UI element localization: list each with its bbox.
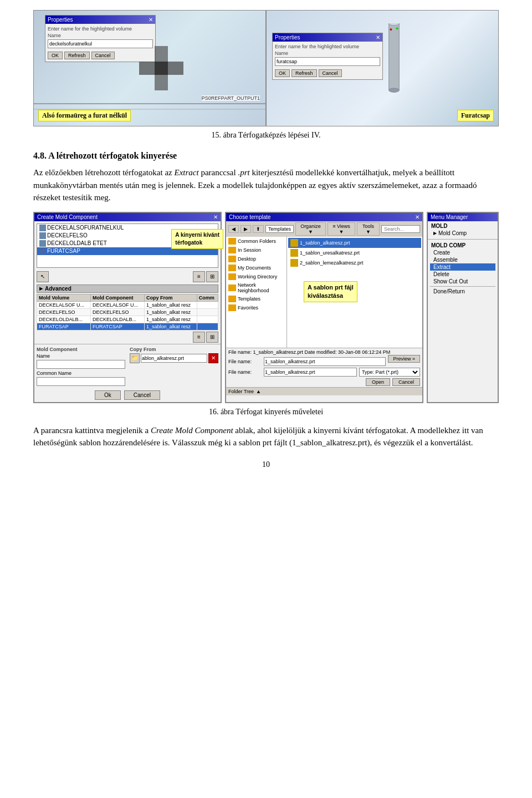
col-header-mold-volume: Mold Volume	[37, 294, 91, 301]
choose-template-title: Choose template	[229, 214, 271, 220]
mold-cancel-button[interactable]: Cancel	[124, 390, 160, 400]
svg-point-9	[390, 29, 392, 31]
sidebar-working-directory[interactable]: Working Directory	[226, 272, 287, 281]
section-heading: 4.8. A létrehozott térfogatok kinyerése	[33, 151, 499, 161]
properties-dialog-left-title: Properties	[48, 17, 73, 23]
filename-input[interactable]	[264, 357, 386, 366]
browse-icon-btn[interactable]: 📁	[130, 353, 140, 363]
body-para-1: Az előzőekben létrehozott térfogatokat a…	[33, 166, 499, 204]
sidebar-desktop[interactable]: Desktop	[226, 255, 287, 263]
sidebar-in-session[interactable]: In Session	[226, 246, 287, 255]
dialog-name-label: Name	[48, 33, 153, 38]
right-image-label: Furatcsap	[457, 110, 494, 121]
menu-item-create[interactable]: Create	[430, 249, 495, 256]
menu-section-mold-comp: MOLD COMP Create Assemble Extract Delete…	[428, 241, 498, 296]
ok-button-r[interactable]: OK	[275, 69, 290, 77]
menu-divider-2	[430, 286, 495, 287]
cancel-button[interactable]: Cancel	[91, 52, 115, 59]
file-icon-1	[290, 239, 298, 247]
table-view-btn-2[interactable]: ⊞	[206, 332, 218, 343]
search-input-ct[interactable]	[381, 225, 420, 233]
col-header-copy-from: Copy From	[144, 294, 197, 301]
cell-mv-2: DECKELFELSO	[37, 308, 91, 316]
address-bar[interactable]: Templates	[265, 225, 294, 233]
mold-component-name-input[interactable]	[37, 360, 125, 369]
sidebar-common-folders[interactable]: Common Folders	[226, 237, 287, 246]
menu-item-delete[interactable]: Delete	[430, 271, 495, 278]
folder-tree-arrow: ▲	[256, 389, 261, 394]
cell-c-4	[197, 323, 218, 330]
view-btn-2[interactable]: ⊞	[206, 271, 218, 282]
advanced-label: Advanced	[45, 286, 71, 292]
view-btn-1[interactable]: ≡	[193, 271, 205, 282]
refresh-button-r[interactable]: Refresh	[291, 69, 317, 77]
views-btn[interactable]: ≡ Views ▼	[328, 222, 355, 236]
ok-button[interactable]: OK	[48, 52, 63, 59]
tools-btn[interactable]: Tools ▼	[357, 222, 380, 236]
sidebar-favorites[interactable]: Favorites	[226, 303, 287, 312]
cancel-button-r[interactable]: Cancel	[319, 69, 342, 77]
delete-copy-from-btn[interactable]: ✕	[208, 353, 218, 363]
preview-button[interactable]: Preview »	[388, 355, 420, 363]
cell-mc-4: FURATCSAP	[90, 323, 144, 330]
dialog-name-input[interactable]	[48, 39, 153, 48]
back-btn[interactable]: ◀	[228, 225, 239, 233]
copy-from-input[interactable]	[141, 354, 207, 363]
refresh-button[interactable]: Refresh	[64, 52, 90, 59]
up-btn[interactable]: ⬆	[253, 225, 264, 233]
ct-file-3[interactable]: 2_sablon_lemezalkatresz.prt	[288, 258, 421, 268]
forward-btn[interactable]: ▶	[241, 225, 251, 233]
dialog-name-input-r[interactable]	[275, 57, 380, 66]
folder-icon-session	[228, 247, 236, 253]
mold-toolbar: ↖ ≡ ⊞	[34, 270, 221, 283]
ct-file-2[interactable]: 1_sablon_uresalkatresz.prt	[288, 248, 421, 258]
filename-label: File name:	[228, 359, 262, 364]
sidebar-network[interactable]: Network Neighborhood	[226, 281, 287, 294]
svg-point-7	[389, 88, 400, 92]
ct-file-1-selected[interactable]: 1_sablon_alkatresz.prt	[288, 238, 421, 248]
table-row-1: DECKELALSOF U... DECKELALSOF U... 1_sabl…	[37, 301, 218, 308]
table-row-4-selected: FURATCSAP FURATCSAP 1_sablon_alkat resz	[37, 323, 218, 330]
mold-component-common-name-input[interactable]	[37, 377, 125, 386]
mold-ok-button[interactable]: Ok	[95, 390, 121, 400]
menu-item-extract[interactable]: Extract	[430, 263, 495, 271]
table-view-btn-1[interactable]: ≡	[193, 332, 205, 343]
menu-item-assemble[interactable]: Assemble	[430, 256, 495, 263]
list-label-3: DECKELOLDALB ETET	[47, 240, 107, 246]
open-button[interactable]: Open	[366, 378, 390, 386]
properties-dialog-right: Properties ✕ Enter name for the highligh…	[272, 33, 383, 80]
folder-icon-templates	[228, 296, 236, 302]
create-mold-component-dialog: Create Mold Component ✕ DECKELALSOFURATN…	[33, 212, 222, 403]
arrow-tool-btn[interactable]: ↖	[37, 271, 49, 282]
list-icon-3	[39, 240, 46, 247]
organize-btn[interactable]: Organize ▼	[295, 222, 326, 236]
mold-component-section-label: Mold Component	[37, 347, 125, 352]
properties-dialog-right-titlebar: Properties ✕	[273, 33, 382, 42]
svg-rect-5	[389, 23, 400, 90]
close-icon: ✕	[149, 17, 153, 23]
close-icon-mold: ✕	[213, 214, 218, 220]
dialog-name-label-r: Name	[275, 50, 380, 56]
filetype-select[interactable]: Type: Part (*.prt)	[359, 368, 420, 377]
mold-comp-item[interactable]: Mold Comp	[430, 230, 495, 237]
folder-tree-bar[interactable]: Folder Tree ▲	[226, 387, 422, 395]
ct-content-area: Common Folders In Session Desktop My Doc…	[226, 237, 422, 348]
ct-action-buttons: Open Cancel	[226, 377, 422, 387]
list-label-1: DECKELALSOFURATNELKUL	[47, 225, 124, 231]
section-number: 4.8.	[33, 151, 47, 160]
advanced-bar[interactable]: Advanced	[37, 284, 218, 293]
create-mold-italic: Create Mold Component	[151, 426, 233, 435]
menu-item-done-return[interactable]: Done/Return	[430, 288, 495, 295]
filetype-input[interactable]	[264, 368, 357, 377]
sidebar-my-documents[interactable]: My Documents	[226, 263, 287, 272]
menu-item-show-cut-out[interactable]: Show Cut Out	[430, 278, 495, 285]
folder-icon-work	[228, 273, 236, 280]
ct-cancel-button[interactable]: Cancel	[392, 378, 420, 386]
page-number: 10	[33, 460, 499, 469]
cross-shape-svg	[139, 46, 183, 90]
mold-volume-table: Mold Volume Mold Component Copy From Com…	[37, 294, 218, 331]
sidebar-label-work: Working Directory	[238, 274, 277, 279]
img-left-alsofuratnelkul: Properties ✕ Enter name for the highligh…	[33, 10, 266, 126]
sidebar-templates[interactable]: Templates	[226, 294, 287, 303]
cell-c-1	[197, 301, 218, 308]
